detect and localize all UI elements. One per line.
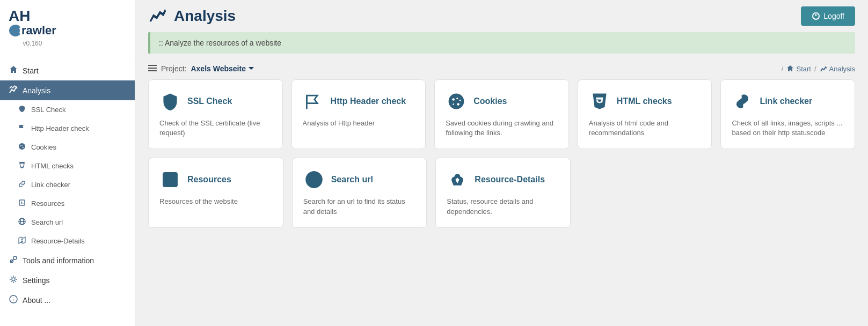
card-resource-details-header: Resource-Details xyxy=(447,169,559,190)
logo-pacman-icon xyxy=(9,25,20,36)
breadcrumb-start-link[interactable]: Start xyxy=(786,65,811,73)
card-ssl-check[interactable]: SSL Check Check of the SSL certificate (… xyxy=(148,79,283,149)
sidebar-item-html-checks[interactable]: HTML checks xyxy=(0,157,135,175)
logoff-label: Logoff xyxy=(823,12,844,20)
svg-point-3 xyxy=(22,145,23,145)
sidebar-item-resources[interactable]: Resources xyxy=(0,194,135,213)
sidebar-navigation: Start Analysis SSL Check Http Header che… xyxy=(0,56,135,326)
project-label xyxy=(148,64,157,73)
card-html-checks-desc: Analysis of html code and recommendation… xyxy=(589,118,701,138)
sidebar-item-resource-details[interactable]: Resource-Details xyxy=(0,232,135,250)
sidebar-item-start[interactable]: Start xyxy=(0,61,135,80)
sidebar-item-resource-details-label: Resource-Details xyxy=(31,237,85,245)
svg-point-25 xyxy=(453,103,454,105)
breadcrumb-analysis-link[interactable]: Analysis xyxy=(820,65,855,73)
card-cookies-title: Cookies xyxy=(473,97,507,106)
sidebar-item-settings[interactable]: Settings xyxy=(0,270,135,290)
card-search-url-icon xyxy=(303,169,325,190)
chevron-down-icon xyxy=(248,66,254,71)
html5-icon xyxy=(17,161,27,171)
card-html-checks-header: HTML checks xyxy=(589,91,701,112)
svg-point-22 xyxy=(457,103,460,106)
card-resource-details-icon xyxy=(447,169,468,190)
card-html-checks-icon xyxy=(589,91,610,112)
chart-icon xyxy=(9,85,18,95)
card-http-header[interactable]: Http Header check Analysis of Http heade… xyxy=(291,79,426,149)
card-link-checker[interactable]: Link checker Check of all links, images,… xyxy=(720,79,855,149)
card-search-url-desc: Search for an url to find its status and… xyxy=(303,197,416,216)
project-selector: Project: Axels Webseite xyxy=(148,64,254,73)
breadcrumb-bar: Project: Axels Webseite / Start / Analys… xyxy=(135,62,868,79)
sidebar-item-about-label: About ... xyxy=(23,296,50,305)
card-resource-details[interactable]: Resource-Details Status, resource detail… xyxy=(435,158,571,227)
svg-point-21 xyxy=(453,98,455,101)
sidebar-item-cookies[interactable]: Cookies xyxy=(0,138,135,157)
card-link-checker-icon xyxy=(732,91,753,112)
card-cookies-desc: Saved cookies during crawling and follow… xyxy=(446,118,558,138)
svg-point-24 xyxy=(459,100,461,101)
svg-point-11 xyxy=(12,278,15,281)
sidebar-item-tools[interactable]: Tools and information xyxy=(0,250,135,270)
cookie-icon xyxy=(17,143,27,152)
project-label-text: Project: xyxy=(161,64,186,73)
sidebar-item-tools-label: Tools and information xyxy=(23,256,94,265)
sidebar-item-link-checker-label: Link checker xyxy=(31,181,70,189)
map-icon xyxy=(17,236,27,246)
breadcrumb-right: / Start / Analysis xyxy=(782,65,855,73)
svg-rect-18 xyxy=(148,70,157,71)
sidebar-item-search-url[interactable]: Search url xyxy=(0,213,135,232)
card-html-checks[interactable]: HTML checks Analysis of html code and re… xyxy=(578,79,712,149)
cards-row-1: SSL Check Check of the SSL certificate (… xyxy=(135,79,868,158)
sidebar-item-about[interactable]: i About ... xyxy=(0,290,135,310)
sidebar: AH rawler v0.160 Start xyxy=(0,0,135,326)
breadcrumb-separator-2: / xyxy=(814,65,816,73)
chart-breadcrumb-icon xyxy=(820,65,827,72)
card-http-header-desc: Analysis of Http header xyxy=(303,118,415,128)
card-http-header-title: Http Header check xyxy=(331,97,406,106)
page-title-area: Analysis xyxy=(148,6,236,26)
sidebar-item-analysis[interactable]: Analysis xyxy=(0,80,135,100)
card-html-checks-title: HTML checks xyxy=(617,97,672,106)
card-resource-details-title: Resource-Details xyxy=(475,175,545,184)
sidebar-item-http-header-label: Http Header check xyxy=(31,124,89,132)
breadcrumb-separator-1: / xyxy=(782,65,784,73)
card-http-header-icon xyxy=(303,91,324,112)
card-cookies-header: Cookies xyxy=(446,91,558,112)
sidebar-item-settings-label: Settings xyxy=(23,276,50,285)
card-ssl-check-icon xyxy=(159,91,181,112)
subtitle-bar: :: Analyze the resources of a website xyxy=(148,32,855,54)
card-resource-details-desc: Status, resource details and dependencie… xyxy=(447,197,559,216)
card-resources[interactable]: Resources Resources of the website xyxy=(148,158,283,227)
logo-rawler: rawler xyxy=(21,24,56,38)
sidebar-item-analysis-label: Analysis xyxy=(23,86,50,95)
project-dropdown[interactable]: Axels Webseite xyxy=(191,64,254,73)
card-resources-header: Resources xyxy=(159,169,272,190)
svg-point-20 xyxy=(449,94,464,109)
card-link-checker-title: Link checker xyxy=(760,97,812,106)
logo-area: AH rawler v0.160 xyxy=(0,0,135,56)
logo-version: v0.160 xyxy=(9,40,56,47)
svg-rect-16 xyxy=(148,65,157,66)
card-http-header-header: Http Header check xyxy=(303,91,415,112)
sidebar-item-start-label: Start xyxy=(23,66,39,75)
sidebar-item-ssl-check-label: SSL Check xyxy=(31,106,66,114)
shield-icon xyxy=(17,105,27,114)
card-cookies[interactable]: Cookies Saved cookies during crawling an… xyxy=(434,79,569,149)
tools-icon xyxy=(9,255,18,265)
settings-icon xyxy=(9,275,18,285)
svg-rect-17 xyxy=(148,68,157,69)
logoff-button[interactable]: Logoff xyxy=(801,6,855,26)
card-search-url-title: Search url xyxy=(331,175,373,184)
sidebar-item-link-checker[interactable]: Link checker xyxy=(0,175,135,194)
svg-point-9 xyxy=(13,256,17,260)
breadcrumb-start-label: Start xyxy=(796,65,811,73)
sidebar-item-http-header[interactable]: Http Header check xyxy=(0,119,135,138)
card-resources-desc: Resources of the website xyxy=(159,197,272,206)
sidebar-item-ssl-check[interactable]: SSL Check xyxy=(0,100,135,119)
project-name: Axels Webseite xyxy=(191,64,245,73)
home-icon xyxy=(9,65,18,76)
card-search-url[interactable]: Search url Search for an url to find its… xyxy=(292,158,427,227)
card-search-url-header: Search url xyxy=(303,169,416,190)
sidebar-item-search-url-label: Search url xyxy=(31,218,63,226)
card-resources-title: Resources xyxy=(187,175,231,184)
